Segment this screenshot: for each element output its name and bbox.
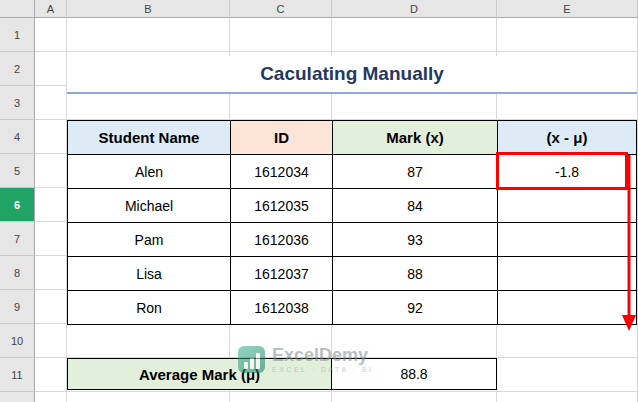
student-table: Student Name ID Mark (x) (x - μ) Alen 16… <box>67 120 637 325</box>
table-header-student-name[interactable]: Student Name <box>68 121 231 155</box>
mark-cell[interactable]: 92 <box>333 291 498 325</box>
id-cell[interactable]: 1612035 <box>231 189 333 223</box>
mark-cell[interactable]: 93 <box>333 223 498 257</box>
row-header-7[interactable]: 7 <box>0 222 35 256</box>
deviation-cell[interactable] <box>498 291 637 325</box>
student-name-cell[interactable]: Pam <box>68 223 231 257</box>
deviation-cell[interactable] <box>498 257 637 291</box>
deviation-cell[interactable] <box>498 223 637 257</box>
mark-cell[interactable]: 88 <box>333 257 498 291</box>
table-header-mark[interactable]: Mark (x) <box>333 121 498 155</box>
select-all-corner[interactable] <box>0 0 35 18</box>
id-cell[interactable]: 1612037 <box>231 257 333 291</box>
mark-cell[interactable]: 84 <box>333 189 498 223</box>
column-header-a[interactable]: A <box>35 0 67 18</box>
id-cell[interactable]: 1612034 <box>231 155 333 189</box>
id-cell[interactable]: 1612038 <box>231 291 333 325</box>
row-header-6-selected[interactable]: 6 <box>0 188 35 222</box>
spreadsheet: A B C D E 1 2 3 4 5 6 7 8 9 10 11 Cacula… <box>0 0 638 402</box>
row-header-4[interactable]: 4 <box>0 120 35 154</box>
average-mark-value-cell[interactable]: 88.8 <box>331 358 497 390</box>
row-header-11[interactable]: 11 <box>0 358 35 392</box>
student-name-cell[interactable]: Ron <box>68 291 231 325</box>
row-header-8[interactable]: 8 <box>0 256 35 290</box>
student-name-cell[interactable]: Alen <box>68 155 231 189</box>
deviation-cell[interactable] <box>498 189 637 223</box>
table-header-id[interactable]: ID <box>231 121 333 155</box>
row-header-partial <box>0 392 35 402</box>
deviation-cell-highlighted[interactable]: -1.8 <box>498 155 637 189</box>
row-header-5[interactable]: 5 <box>0 154 35 188</box>
row-header-2[interactable]: 2 <box>0 52 35 86</box>
row-header-1[interactable]: 1 <box>0 18 35 52</box>
row-header-10[interactable]: 10 <box>0 324 35 358</box>
table-header-deviation[interactable]: (x - μ) <box>498 121 637 155</box>
column-header-b[interactable]: B <box>67 0 230 18</box>
mark-cell[interactable]: 87 <box>333 155 498 189</box>
id-cell[interactable]: 1612036 <box>231 223 333 257</box>
column-header-c[interactable]: C <box>230 0 332 18</box>
row-header-9[interactable]: 9 <box>0 290 35 324</box>
column-header-e[interactable]: E <box>497 0 638 18</box>
sheet-title-cell[interactable]: Caculating Manually <box>67 56 637 94</box>
average-mark-label-cell[interactable]: Average Mark (μ) <box>67 358 332 390</box>
student-name-cell[interactable]: Lisa <box>68 257 231 291</box>
row-header-3[interactable]: 3 <box>0 86 35 120</box>
student-name-cell[interactable]: Michael <box>68 189 231 223</box>
column-header-d[interactable]: D <box>332 0 497 18</box>
